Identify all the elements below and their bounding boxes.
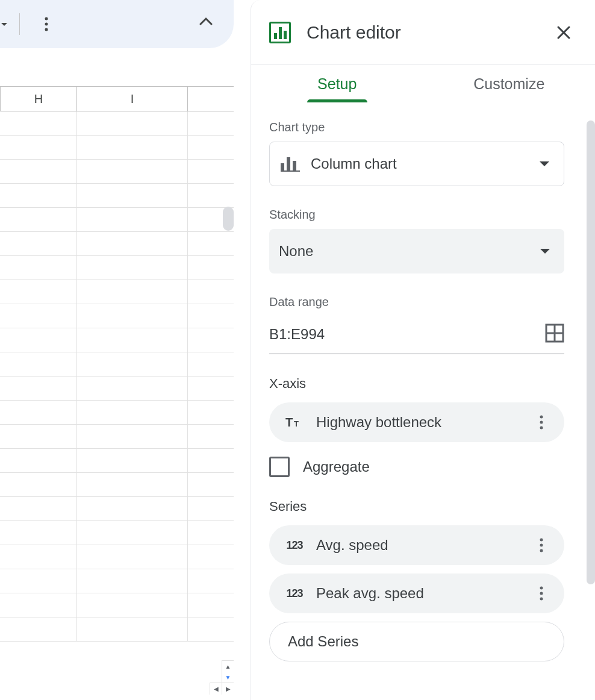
column-header-h[interactable]: H (0, 87, 77, 111)
scroll-left-button[interactable]: ◀ (210, 683, 222, 695)
series-more-button-0[interactable] (531, 534, 552, 556)
svg-point-8 (540, 416, 543, 419)
more-button[interactable] (34, 12, 58, 36)
panel-scrollbar[interactable] (587, 120, 595, 584)
dropdown-arrow-icon[interactable] (1, 22, 7, 28)
number-type-icon: 123 (284, 539, 305, 552)
series-more-button-1[interactable] (531, 583, 552, 604)
xaxis-field-chip[interactable]: TT Highway bottleneck (269, 402, 564, 442)
chart-type-label: Chart type (269, 120, 577, 134)
chart-editor-panel: Chart editor Setup Customize Chart type … (251, 0, 595, 700)
svg-point-2 (45, 28, 48, 31)
text-type-icon: TT (284, 415, 305, 430)
data-range-label: Data range (269, 295, 577, 309)
chart-type-select[interactable]: Column chart (269, 142, 564, 186)
xaxis-heading: X-axis (269, 376, 577, 392)
number-type-icon: 123 (284, 587, 305, 600)
svg-point-15 (540, 592, 543, 595)
svg-point-9 (540, 421, 543, 424)
column-chart-icon (281, 156, 300, 172)
stacking-value: None (279, 243, 540, 260)
aggregate-label: Aggregate (303, 458, 370, 475)
collapse-toolbar-button[interactable] (199, 17, 213, 28)
toolbar-divider (19, 13, 20, 35)
series-label-0: Avg. speed (316, 537, 531, 554)
scroll-down-button[interactable]: ▼ (222, 672, 234, 683)
toolbar (0, 0, 234, 48)
vertical-scrollbar[interactable] (223, 207, 234, 231)
svg-text:T: T (294, 419, 299, 428)
column-header-partial[interactable] (188, 87, 234, 111)
panel-header: Chart editor (251, 0, 595, 65)
stacking-select[interactable]: None (269, 229, 564, 273)
svg-point-11 (540, 539, 543, 542)
dropdown-arrow-icon (540, 249, 550, 254)
series-label-1: Peak avg. speed (316, 585, 531, 602)
chart-icon (269, 22, 291, 43)
svg-text:T: T (285, 416, 293, 429)
data-range-field (269, 323, 564, 354)
svg-point-12 (540, 544, 543, 547)
select-data-range-button[interactable] (545, 323, 564, 345)
aggregate-row: Aggregate (269, 457, 577, 477)
scroll-right-button[interactable]: ▶ (222, 683, 234, 695)
spreadsheet-grid[interactable]: H I (0, 86, 234, 695)
scroll-up-button[interactable]: ▲ (222, 661, 234, 672)
column-header-i[interactable]: I (77, 87, 188, 111)
series-chip-0[interactable]: 123 Avg. speed (269, 525, 564, 565)
panel-title: Chart editor (307, 22, 550, 43)
svg-point-10 (540, 427, 543, 430)
svg-point-0 (45, 17, 48, 20)
grid-icon (545, 323, 564, 343)
svg-point-13 (540, 549, 543, 552)
svg-point-1 (45, 23, 48, 26)
svg-point-16 (540, 598, 543, 601)
series-heading: Series (269, 499, 577, 514)
series-chip-1[interactable]: 123 Peak avg. speed (269, 573, 564, 613)
panel-body: Chart type Column chart Stacking None Da… (251, 102, 595, 673)
chart-type-value: Column chart (311, 155, 540, 172)
tabs: Setup Customize (251, 65, 595, 102)
tab-customize[interactable]: Customize (423, 65, 596, 102)
close-button[interactable] (550, 19, 577, 46)
close-icon (556, 25, 571, 40)
dropdown-arrow-icon (540, 161, 549, 166)
data-range-input[interactable] (269, 326, 545, 343)
column-headers: H I (0, 86, 234, 111)
tab-setup[interactable]: Setup (251, 65, 423, 102)
grid-rows[interactable] (0, 111, 234, 642)
spreadsheet-area: H I (0, 0, 234, 700)
xaxis-field-label: Highway bottleneck (316, 414, 531, 431)
svg-point-14 (540, 587, 543, 590)
add-series-button[interactable]: Add Series (269, 622, 564, 661)
xaxis-more-button[interactable] (531, 411, 552, 433)
stacking-label: Stacking (269, 208, 577, 222)
aggregate-checkbox[interactable] (269, 457, 290, 477)
